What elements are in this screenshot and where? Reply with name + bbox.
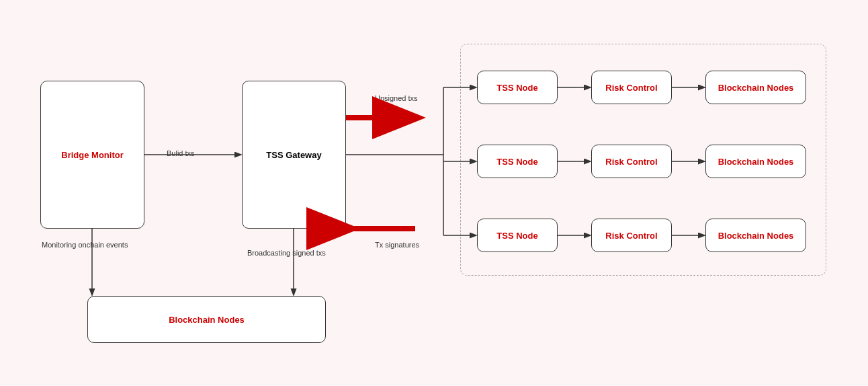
blockchain-nodes-2-box: Blockchain Nodes	[705, 145, 806, 178]
risk-control-3-label: Risk Control	[605, 231, 657, 241]
tss-node-1-box: TSS Node	[477, 71, 558, 104]
risk-control-1-box: Risk Control	[591, 71, 672, 104]
tss-gateway-box: TSS Gateway	[242, 81, 346, 229]
tss-gateway-label: TSS Gateway	[266, 150, 321, 160]
tss-node-3-box: TSS Node	[477, 219, 558, 252]
diagram-container: Bridge Monitor TSS Gateway Blockchain No…	[0, 0, 868, 386]
blockchain-nodes-2-label: Blockchain Nodes	[718, 157, 794, 167]
bridge-monitor-box: Bridge Monitor	[40, 81, 144, 229]
tss-node-1-label: TSS Node	[496, 83, 537, 93]
tx-signatures-label: Tx signatures	[375, 241, 419, 249]
build-txs-label: Bulid txs	[167, 149, 195, 157]
monitoring-label: Monitoring onchain events	[42, 241, 128, 249]
blockchain-nodes-bottom-label: Blockchain Nodes	[169, 315, 245, 325]
risk-control-3-box: Risk Control	[591, 219, 672, 252]
broadcasting-label: Broadcasting signed txs	[247, 249, 326, 257]
blockchain-nodes-3-box: Blockchain Nodes	[705, 219, 806, 252]
blockchain-nodes-3-label: Blockchain Nodes	[718, 231, 794, 241]
tss-node-2-label: TSS Node	[496, 157, 537, 167]
tss-node-2-box: TSS Node	[477, 145, 558, 178]
blockchain-nodes-bottom-box: Blockchain Nodes	[87, 296, 326, 343]
risk-control-2-box: Risk Control	[591, 145, 672, 178]
risk-control-1-label: Risk Control	[605, 83, 657, 93]
bridge-monitor-label: Bridge Monitor	[61, 150, 123, 160]
blockchain-nodes-1-box: Blockchain Nodes	[705, 71, 806, 104]
unsigned-txs-label: Unsigned txs	[375, 94, 418, 102]
blockchain-nodes-1-label: Blockchain Nodes	[718, 83, 794, 93]
risk-control-2-label: Risk Control	[605, 157, 657, 167]
tss-node-3-label: TSS Node	[496, 231, 537, 241]
